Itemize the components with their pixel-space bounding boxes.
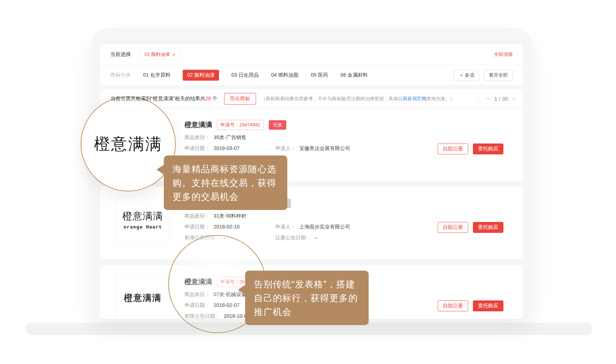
category-bar-actions: ＋ 多选 展开全部 — [454, 70, 513, 81]
field-value: 上海雨步实业有限公司 — [299, 224, 350, 230]
field-value: 安徽美达会展有限公司 — [299, 145, 350, 152]
field-label: 申请日期： — [185, 302, 210, 309]
pagination: < 1 / 30 > — [478, 93, 516, 104]
results-count-prefix: 当前分类共检索到“橙意满满”相关的结果共 — [110, 96, 205, 101]
category-bar-label: 商标分类 — [110, 72, 131, 78]
selected-filter-tag-text: 02 颜料油漆 — [145, 51, 170, 58]
field-value: – — [224, 235, 227, 241]
current-selection-label: 当前选择 — [110, 51, 131, 58]
prev-page-icon[interactable]: < — [487, 96, 490, 102]
current-selection-bar: 当前选择 02 颜料油漆 × 全部清除 — [100, 44, 523, 65]
results-header: 当前分类共检索到“橙意满满”相关的结果共28 个 导出商标 （商标检索结果仅供参… — [100, 89, 523, 108]
application-number-label: 申请号： — [220, 279, 239, 284]
entrust-buy-button[interactable]: 委托购买 — [473, 222, 503, 233]
remove-filter-icon[interactable]: × — [173, 52, 175, 57]
current-page: 1 — [494, 96, 497, 102]
row-actions: 自助注册 委托购买 — [438, 143, 503, 154]
field-value: 2018-03-07 — [214, 145, 240, 152]
category-item-04[interactable]: 04 燃料油脂 — [271, 72, 298, 78]
field-label: 申请日期： — [185, 145, 210, 152]
application-number-tag: 申请号：29474941 — [217, 120, 264, 130]
field-value: 35类-广告销售 — [214, 134, 246, 141]
callout-bubble-trade: 海量精品商标资源随心选购。支持在线交易，获得更多的交易机会 — [164, 155, 287, 210]
selected-filter-tag[interactable]: 02 颜料油漆 × — [140, 49, 180, 60]
field-label: 商品类别： — [185, 291, 210, 298]
application-number-value: 29474941 — [239, 122, 260, 128]
field-label: 申请日期： — [185, 224, 210, 230]
field-label: 初审公告日期： — [185, 313, 220, 319]
row-actions: 自助注册 委托购买 — [438, 300, 503, 311]
trademark-image-text: 橙意满满 — [122, 210, 163, 223]
field-label: 初审公告日期： — [185, 235, 220, 241]
trademark-image: 橙意满满 — [115, 274, 170, 319]
field-value: 2018-02-07 — [214, 302, 240, 309]
disclaimer-text-pre: （商标检索结果仅供参考，不作为商标能否注册的法律依据；具体以 — [261, 96, 403, 101]
results-count-number: 28 — [205, 96, 211, 101]
field-value: 31类-饲料种籽 — [214, 213, 246, 219]
results-disclaimer: （商标检索结果仅供参考，不作为商标能否注册的法律依据；具体以商标局官网查询为准。… — [261, 96, 475, 102]
trademark-image-text: 橙意满满 — [124, 292, 162, 304]
page-separator: / — [499, 96, 500, 102]
filter-header: 当前选择 02 颜料油漆 × 全部清除 商标分类 01 化学原料 02 颜料油漆… — [100, 44, 523, 85]
field-label: 申请人： — [275, 145, 296, 152]
entrust-buy-button[interactable]: 委托购买 — [473, 143, 503, 154]
trademark-image: 橙意满满 orange Heart — [115, 195, 170, 243]
category-item-03[interactable]: 03 日化用品 — [231, 72, 259, 78]
trademark-office-link[interactable]: 商标局官网 — [403, 96, 426, 101]
disclaimer-text-post: 查询为准。） — [426, 96, 455, 101]
trademark-image-subtext: orange Heart — [123, 224, 162, 230]
trademark-image — [115, 117, 170, 165]
trademark-name: 橙意满满 — [185, 277, 212, 287]
callout-bubble-promotion: 告别传统“发表格”，搭建自己的标行，获得更多的推广机会 — [245, 271, 369, 325]
field-value: 2018-02-10 — [214, 224, 240, 230]
export-trademarks-button[interactable]: 导出商标 — [224, 93, 256, 105]
results-count-suffix: 个 — [211, 96, 218, 101]
field-label: 申请人： — [275, 224, 296, 230]
field-label: 商品类别： — [185, 134, 210, 141]
self-register-button[interactable]: 自助注册 — [438, 143, 468, 154]
category-item-01[interactable]: 01 化学原料 — [143, 72, 170, 78]
field-label: 商品类别： — [185, 213, 210, 219]
total-pages: 30 — [502, 96, 508, 102]
field-label: 注册公告日期： — [275, 235, 311, 241]
category-item-06[interactable]: 06 金属材料 — [340, 72, 368, 78]
results-count-text: 当前分类共检索到“橙意满满”相关的结果共28 个 — [110, 96, 218, 102]
category-item-02-active[interactable]: 02 颜料油漆 — [183, 70, 219, 81]
status-badge: 无效 — [269, 120, 286, 130]
entrust-buy-button[interactable]: 委托购买 — [473, 300, 503, 311]
row-actions: 自助注册 委托购买 — [438, 222, 503, 233]
clear-all-button[interactable]: 全部清除 — [494, 51, 513, 58]
self-register-button[interactable]: 自助注册 — [438, 300, 468, 311]
trademark-name: 橙意满满 — [185, 120, 212, 130]
category-item-05[interactable]: 05 医药 — [311, 72, 328, 78]
next-page-icon[interactable]: > — [512, 96, 516, 102]
category-bar: 商标分类 01 化学原料 02 颜料油漆 03 日化用品 04 燃料油脂 05 … — [100, 65, 523, 85]
multi-select-button[interactable]: ＋ 多选 — [454, 70, 479, 81]
application-number-label: 申请号： — [220, 122, 239, 128]
field-value: – — [315, 235, 317, 241]
expand-all-button[interactable]: 展开全部 — [484, 70, 513, 81]
self-register-button[interactable]: 自助注册 — [438, 222, 468, 233]
